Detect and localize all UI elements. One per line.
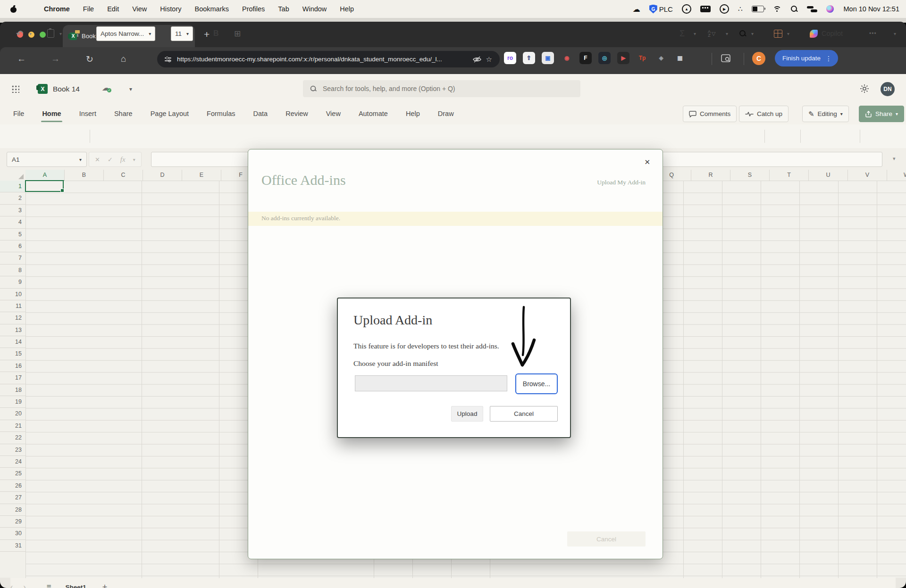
- row-header-20[interactable]: 20: [0, 408, 25, 420]
- row-header-28[interactable]: 28: [0, 504, 25, 516]
- spotlight-search-icon[interactable]: [790, 5, 798, 13]
- window-search-icon[interactable]: [721, 54, 731, 63]
- ribbon-tab-data[interactable]: Data: [252, 108, 269, 119]
- row-header-1[interactable]: 1: [0, 181, 25, 192]
- ribbon-tab-share[interactable]: Share: [113, 108, 134, 119]
- control-center-icon[interactable]: [807, 6, 817, 13]
- extensions-puzzle-icon[interactable]: ▦: [674, 52, 686, 64]
- row-header-19[interactable]: 19: [0, 396, 25, 408]
- reload-button[interactable]: ↻: [86, 54, 93, 65]
- app-launcher-icon[interactable]: [11, 85, 19, 93]
- row-header-21[interactable]: 21: [0, 420, 25, 432]
- row-header-3[interactable]: 3: [0, 205, 25, 216]
- ribbon-tab-review[interactable]: Review: [285, 108, 309, 119]
- row-header-13[interactable]: 13: [0, 324, 25, 336]
- row-header-12[interactable]: 12: [0, 312, 25, 324]
- more-commands-button[interactable]: •••: [869, 22, 877, 45]
- tab-star-extension-icon[interactable]: ▣: [542, 52, 554, 64]
- menubar-item-profiles[interactable]: Profiles: [242, 5, 265, 13]
- forward-button[interactable]: →: [51, 54, 60, 64]
- f-extension-icon[interactable]: F: [579, 52, 592, 64]
- bold-button[interactable]: B: [213, 22, 219, 45]
- sync-cloud-icon[interactable]: ☁: [633, 5, 640, 14]
- siri-icon[interactable]: [826, 5, 834, 13]
- modal-cancel-button[interactable]: Cancel: [490, 406, 558, 422]
- shield-extension-icon[interactable]: ◈: [655, 52, 667, 64]
- ribbon-tab-home[interactable]: Home: [41, 108, 62, 119]
- column-header-d[interactable]: D: [143, 170, 182, 181]
- enter-entry-icon[interactable]: ✓: [108, 156, 113, 163]
- row-header-18[interactable]: 18: [0, 384, 25, 396]
- borders-button[interactable]: ⊞: [234, 22, 241, 45]
- comments-button[interactable]: Comments: [683, 106, 737, 122]
- paste-chevron-icon[interactable]: ▾: [59, 22, 62, 45]
- menubar-item-view[interactable]: View: [132, 5, 147, 13]
- ribbon-tab-file[interactable]: File: [12, 108, 25, 119]
- format-painter-button[interactable]: [75, 22, 81, 45]
- column-header-r[interactable]: R: [691, 170, 730, 181]
- row-header-7[interactable]: 7: [0, 252, 25, 264]
- menubar-clock[interactable]: Mon 10 Nov 12:51: [844, 5, 900, 13]
- address-bar[interactable]: https://studentmonroecc-my.sharepoint.co…: [157, 51, 500, 67]
- column-header-s[interactable]: S: [730, 170, 770, 181]
- adblock-shield-extension-icon[interactable]: ◉: [561, 52, 573, 64]
- play-circle-icon[interactable]: ▶: [720, 4, 729, 14]
- row-header-23[interactable]: 23: [0, 444, 25, 456]
- user-avatar[interactable]: DN: [881, 82, 895, 96]
- react-devtools-extension-icon[interactable]: ◎: [598, 52, 611, 64]
- menubar-item-tab[interactable]: Tab: [278, 5, 289, 13]
- row-header-29[interactable]: 29: [0, 516, 25, 528]
- ribbon-tab-draw[interactable]: Draw: [437, 108, 455, 119]
- row-header-9[interactable]: 9: [0, 276, 25, 288]
- menubar-item-edit[interactable]: Edit: [107, 5, 119, 13]
- chevron-down-icon[interactable]: ▾: [133, 157, 135, 162]
- cancel-entry-icon[interactable]: ✕: [95, 156, 100, 163]
- column-header-v[interactable]: V: [848, 170, 887, 181]
- row-header-8[interactable]: 8: [0, 265, 25, 276]
- row-header-5[interactable]: 5: [0, 229, 25, 240]
- row-header-27[interactable]: 27: [0, 492, 25, 504]
- share-button[interactable]: Share ▾: [859, 106, 904, 122]
- sheet-list-icon[interactable]: ≡: [47, 582, 51, 588]
- menubar-item-bookmarks[interactable]: Bookmarks: [194, 5, 229, 13]
- row-header-25[interactable]: 25: [0, 468, 25, 480]
- catch-up-button[interactable]: Catch up: [739, 106, 789, 122]
- ribbon-tab-view[interactable]: View: [325, 108, 342, 119]
- row-header-30[interactable]: 30: [0, 528, 25, 539]
- menubar-item-window[interactable]: Window: [302, 5, 327, 13]
- prev-sheet-icon[interactable]: ‹: [10, 583, 13, 588]
- find-chevron-icon[interactable]: ▾: [751, 22, 754, 45]
- battery-icon[interactable]: [752, 6, 764, 12]
- column-header-w[interactable]: W: [887, 170, 906, 181]
- chrome-menu-icon[interactable]: ⋮: [825, 55, 832, 62]
- sort-filter-button[interactable]: AZ▽: [708, 22, 715, 45]
- font-name-select[interactable]: Aptos Narrow...▾: [96, 22, 155, 45]
- ribbon-tab-formulas[interactable]: Formulas: [206, 108, 236, 119]
- upload-my-addin-link[interactable]: Upload My Add-in: [597, 179, 646, 186]
- autosum-button[interactable]: Σ: [680, 22, 685, 45]
- new-tab-button[interactable]: +: [204, 29, 210, 39]
- formula-bar-expand-icon[interactable]: ▾: [893, 156, 896, 162]
- font-size-select[interactable]: 11▾: [171, 22, 193, 45]
- bookmark-star-icon[interactable]: ☆: [486, 55, 492, 64]
- ro-extension-icon[interactable]: ro: [504, 52, 516, 64]
- profile-avatar[interactable]: C: [752, 52, 765, 65]
- select-all-corner[interactable]: [0, 170, 26, 181]
- row-header-2[interactable]: 2: [0, 192, 25, 204]
- find-button[interactable]: [739, 22, 747, 45]
- row-header-24[interactable]: 24: [0, 456, 25, 468]
- row-header-11[interactable]: 11: [0, 300, 25, 312]
- menubar-item-help[interactable]: Help: [340, 5, 354, 13]
- autosum-chevron-icon[interactable]: ▾: [694, 22, 696, 45]
- glean-shield-icon[interactable]: GPLC: [649, 5, 673, 14]
- finish-update-button[interactable]: Finish update ⋮: [775, 50, 838, 66]
- reader-extension-icon[interactable]: ⇧: [523, 52, 535, 64]
- next-sheet-icon[interactable]: ›: [23, 583, 25, 588]
- browse-button[interactable]: Browse...: [515, 373, 558, 394]
- row-header-4[interactable]: 4: [0, 216, 25, 228]
- row-header-17[interactable]: 17: [0, 372, 25, 384]
- undo-button[interactable]: ↶: [16, 22, 24, 45]
- clock-app-icon[interactable]: ▲: [682, 4, 691, 14]
- row-header-31[interactable]: 31: [0, 540, 25, 552]
- back-button[interactable]: ←: [17, 54, 26, 64]
